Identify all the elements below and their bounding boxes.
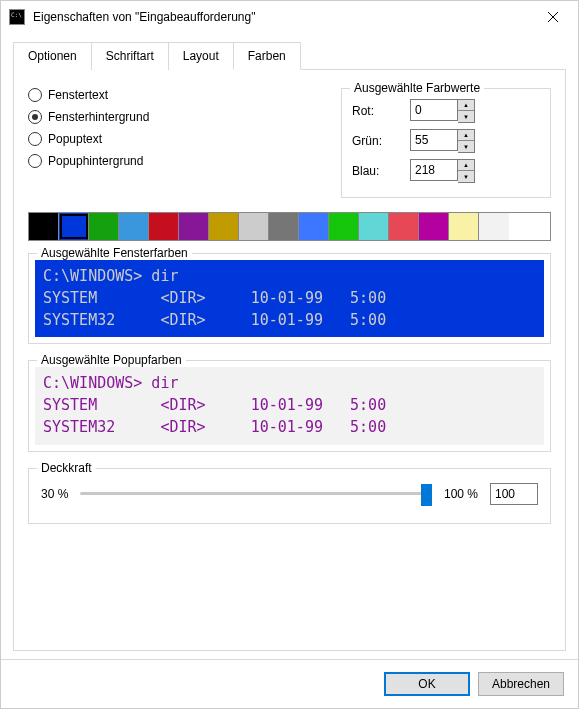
popup-colors-preview-group: Ausgewählte Popupfarben C:\WINDOWS> dir … bbox=[28, 360, 551, 451]
spin-buttons: ▲ ▼ bbox=[458, 129, 475, 153]
tab-label: Layout bbox=[183, 49, 219, 63]
spin-up-icon[interactable]: ▲ bbox=[458, 160, 474, 171]
rgb-label-gruen: Grün: bbox=[352, 134, 402, 148]
color-swatch[interactable] bbox=[479, 213, 509, 240]
radio-icon bbox=[28, 88, 42, 102]
radio-popuptext[interactable]: Popuptext bbox=[28, 132, 321, 146]
tab-optionen[interactable]: Optionen bbox=[13, 42, 92, 70]
input-gruen[interactable] bbox=[410, 129, 458, 151]
tab-panel-farben: Fenstertext Fensterhintergrund Popuptext… bbox=[13, 70, 566, 651]
color-swatch[interactable] bbox=[89, 213, 119, 240]
color-swatch[interactable] bbox=[419, 213, 449, 240]
tab-strip: Optionen Schriftart Layout Farben bbox=[13, 41, 566, 70]
color-swatch[interactable] bbox=[59, 213, 89, 240]
dialog-buttons: OK Abbrechen bbox=[1, 659, 578, 708]
content-area: Optionen Schriftart Layout Farben Fenste… bbox=[1, 33, 578, 659]
app-icon bbox=[9, 9, 25, 25]
top-row: Fenstertext Fensterhintergrund Popuptext… bbox=[28, 88, 551, 198]
rgb-label-blau: Blau: bbox=[352, 164, 402, 178]
titlebar: Eigenschaften von "Eingabeaufforderung" bbox=[1, 1, 578, 33]
properties-dialog: Eigenschaften von "Eingabeaufforderung" … bbox=[0, 0, 579, 709]
color-target-radios: Fenstertext Fensterhintergrund Popuptext… bbox=[28, 88, 321, 198]
radio-popuphintergrund[interactable]: Popuphintergrund bbox=[28, 154, 321, 168]
button-label: OK bbox=[418, 677, 435, 691]
spinner-gruen: ▲ ▼ bbox=[410, 129, 475, 153]
spin-buttons: ▲ ▼ bbox=[458, 159, 475, 183]
color-swatch[interactable] bbox=[299, 213, 329, 240]
input-rot[interactable] bbox=[410, 99, 458, 121]
radio-icon bbox=[28, 110, 42, 124]
opacity-row: 30 % 100 % bbox=[41, 483, 538, 505]
color-swatch[interactable] bbox=[359, 213, 389, 240]
color-swatch[interactable] bbox=[329, 213, 359, 240]
preview-label-window: Ausgewählte Fensterfarben bbox=[37, 246, 192, 260]
radio-label: Fensterhintergrund bbox=[48, 110, 149, 124]
color-swatch[interactable] bbox=[449, 213, 479, 240]
spin-buttons: ▲ ▼ bbox=[458, 99, 475, 123]
opacity-min-label: 30 % bbox=[41, 487, 68, 501]
ok-button[interactable]: OK bbox=[384, 672, 470, 696]
opacity-max-label: 100 % bbox=[444, 487, 478, 501]
radio-label: Fenstertext bbox=[48, 88, 108, 102]
tab-farben[interactable]: Farben bbox=[233, 42, 301, 70]
radio-icon bbox=[28, 132, 42, 146]
tab-layout[interactable]: Layout bbox=[168, 42, 234, 70]
console-preview-popup: C:\WINDOWS> dir SYSTEM <DIR> 10-01-99 5:… bbox=[35, 367, 544, 444]
rgb-row-blau: Blau: ▲ ▼ bbox=[352, 159, 540, 183]
color-palette bbox=[28, 212, 551, 241]
spinner-blau: ▲ ▼ bbox=[410, 159, 475, 183]
slider-thumb-icon[interactable] bbox=[421, 484, 432, 506]
radio-icon bbox=[28, 154, 42, 168]
tab-schriftart[interactable]: Schriftart bbox=[91, 42, 169, 70]
color-swatch[interactable] bbox=[209, 213, 239, 240]
radio-fenstertext[interactable]: Fenstertext bbox=[28, 88, 321, 102]
spin-up-icon[interactable]: ▲ bbox=[458, 130, 474, 141]
spin-down-icon[interactable]: ▼ bbox=[458, 171, 474, 182]
color-swatch[interactable] bbox=[239, 213, 269, 240]
radio-fensterhintergrund[interactable]: Fensterhintergrund bbox=[28, 110, 321, 124]
color-swatch[interactable] bbox=[269, 213, 299, 240]
rgb-groupbox: Ausgewählte Farbwerte Rot: ▲ ▼ Grün: bbox=[341, 88, 551, 198]
close-button[interactable] bbox=[530, 2, 576, 32]
color-swatch[interactable] bbox=[29, 213, 59, 240]
spin-up-icon[interactable]: ▲ bbox=[458, 100, 474, 111]
console-preview-window: C:\WINDOWS> dir SYSTEM <DIR> 10-01-99 5:… bbox=[35, 260, 544, 337]
opacity-group: Deckkraft 30 % 100 % bbox=[28, 468, 551, 524]
radio-label: Popuphintergrund bbox=[48, 154, 143, 168]
tab-label: Optionen bbox=[28, 49, 77, 63]
tab-label: Farben bbox=[248, 49, 286, 63]
rgb-row-rot: Rot: ▲ ▼ bbox=[352, 99, 540, 123]
color-swatch[interactable] bbox=[119, 213, 149, 240]
close-icon bbox=[548, 12, 558, 22]
window-colors-preview-group: Ausgewählte Fensterfarben C:\WINDOWS> di… bbox=[28, 253, 551, 344]
rgb-label-rot: Rot: bbox=[352, 104, 402, 118]
button-label: Abbrechen bbox=[492, 677, 550, 691]
color-swatch[interactable] bbox=[389, 213, 419, 240]
rgb-row-gruen: Grün: ▲ ▼ bbox=[352, 129, 540, 153]
cancel-button[interactable]: Abbrechen bbox=[478, 672, 564, 696]
spin-down-icon[interactable]: ▼ bbox=[458, 141, 474, 152]
input-blau[interactable] bbox=[410, 159, 458, 181]
opacity-input[interactable] bbox=[490, 483, 538, 505]
color-swatch[interactable] bbox=[149, 213, 179, 240]
opacity-group-title: Deckkraft bbox=[37, 461, 96, 475]
spinner-rot: ▲ ▼ bbox=[410, 99, 475, 123]
tab-label: Schriftart bbox=[106, 49, 154, 63]
preview-label-popup: Ausgewählte Popupfarben bbox=[37, 353, 186, 367]
radio-label: Popuptext bbox=[48, 132, 102, 146]
opacity-slider[interactable] bbox=[80, 492, 432, 495]
rgb-group-title: Ausgewählte Farbwerte bbox=[350, 81, 484, 95]
window-title: Eigenschaften von "Eingabeaufforderung" bbox=[33, 10, 530, 24]
color-swatch[interactable] bbox=[179, 213, 209, 240]
spin-down-icon[interactable]: ▼ bbox=[458, 111, 474, 122]
